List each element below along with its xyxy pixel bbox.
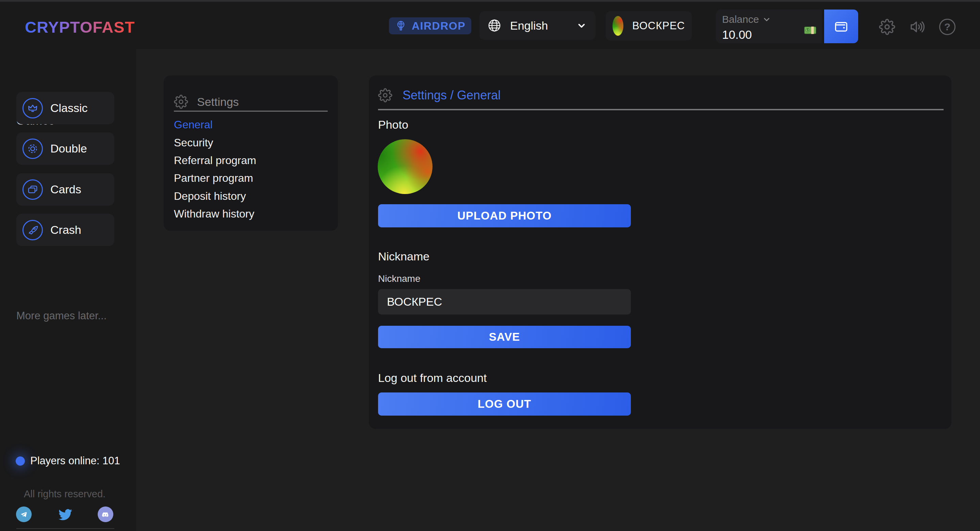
players-online: Players online: 101 <box>16 455 120 467</box>
photo-label: Photo <box>378 118 408 131</box>
more-games-note: More games later... <box>16 310 107 322</box>
sidebar: Games Classic Double <box>0 49 136 531</box>
language-select[interactable]: English <box>479 11 595 40</box>
players-online-text: Players online: 101 <box>30 455 120 467</box>
rocket-icon <box>22 220 43 240</box>
breadcrumb: Settings / General <box>402 88 501 102</box>
help-button[interactable]: ? <box>939 19 956 35</box>
balance-value: 10.00 <box>722 28 816 41</box>
logo[interactable]: CRYPTOFAST <box>25 18 135 37</box>
sidebar-item-cards[interactable]: Cards <box>16 173 115 206</box>
balance-label: Balance <box>722 14 759 25</box>
app: CRYPTOFAST AIRDROP English ВОСКРЕ <box>0 0 980 531</box>
user-chip[interactable]: ВОСКРЕС <box>606 11 692 40</box>
gear-icon <box>378 88 392 102</box>
settings-card-title: Settings <box>197 95 239 108</box>
nav-item-withdraw-history[interactable]: Withdraw history <box>174 207 255 220</box>
help-icon: ? <box>944 22 950 32</box>
discord-icon <box>98 507 113 522</box>
money-icon: $ <box>804 26 816 34</box>
rights-text: All rights reserved. <box>0 488 129 500</box>
nickname-input[interactable] <box>378 289 631 314</box>
divider <box>174 111 328 112</box>
nickname-field-label: Nickname <box>378 273 420 284</box>
game-label: Double <box>50 142 87 155</box>
profile-photo <box>378 139 433 194</box>
sound-icon <box>909 19 926 35</box>
wallet-button[interactable] <box>824 10 858 43</box>
nav-item-partner-program[interactable]: Partner program <box>174 172 253 185</box>
logout-button[interactable]: LOG OUT <box>378 392 631 416</box>
nav-item-general[interactable]: General <box>174 118 213 131</box>
sidebar-item-crash[interactable]: Crash <box>16 214 115 246</box>
chevron-down-icon <box>576 21 587 30</box>
airdrop-button[interactable]: AIRDROP <box>389 18 471 34</box>
game-label: Classic <box>50 101 88 115</box>
sound-button[interactable] <box>909 19 926 35</box>
logout-heading: Log out from account <box>378 372 487 384</box>
topbar: CRYPTOFAST AIRDROP English ВОСКРЕ <box>0 2 980 49</box>
settings-gear-button[interactable] <box>879 19 895 35</box>
sidebar-item-classic[interactable]: Classic <box>16 92 115 124</box>
cards-icon <box>22 179 43 200</box>
settings-nav-card: Settings General Security Referral progr… <box>164 76 338 231</box>
balloon-icon <box>395 20 407 32</box>
nav-item-deposit-history[interactable]: Deposit history <box>174 190 246 203</box>
telegram-link[interactable] <box>16 507 32 522</box>
globe-icon <box>487 18 502 33</box>
language-selected: English <box>510 19 548 32</box>
upload-photo-button[interactable]: UPLOAD PHOTO <box>378 204 631 227</box>
chip-icon <box>22 139 43 159</box>
footer-divider <box>16 528 115 529</box>
svg-text:$: $ <box>807 28 809 32</box>
twitter-icon <box>59 508 72 521</box>
balance-card[interactable]: Balance 10.00 $ <box>716 10 822 43</box>
telegram-icon <box>16 507 32 522</box>
twitter-link[interactable] <box>59 508 72 523</box>
general-panel-header: Settings / General <box>378 88 501 102</box>
game-label: Cards <box>50 183 81 196</box>
online-dot-icon <box>16 456 25 466</box>
username: ВОСКРЕС <box>632 20 685 32</box>
sidebar-item-double[interactable]: Double <box>16 132 115 165</box>
nav-item-referral-program[interactable]: Referral program <box>174 154 256 167</box>
wallet-icon <box>833 18 850 35</box>
settings-card-header: Settings <box>174 95 239 109</box>
avatar <box>612 16 624 36</box>
gear-icon <box>174 95 188 109</box>
general-settings-panel: Settings / General Photo UPLOAD PHOTO Ni… <box>369 76 951 429</box>
divider <box>378 109 943 110</box>
nickname-heading: Nickname <box>378 250 430 263</box>
social-links <box>0 507 129 523</box>
discord-link[interactable] <box>98 507 113 522</box>
save-button[interactable]: SAVE <box>378 326 631 348</box>
airdrop-label: AIRDROP <box>412 20 466 32</box>
nav-item-security[interactable]: Security <box>174 137 213 149</box>
gear-icon <box>879 19 895 35</box>
game-label: Crash <box>50 223 81 236</box>
chevron-down-icon[interactable] <box>762 15 771 24</box>
crown-icon <box>22 98 43 118</box>
